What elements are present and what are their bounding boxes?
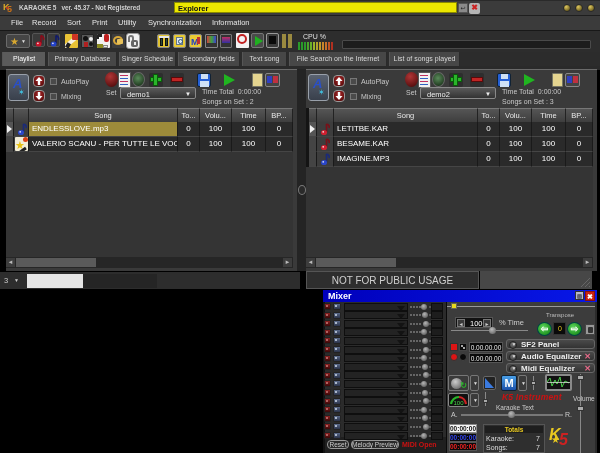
svg-text:100: 100	[454, 400, 465, 406]
